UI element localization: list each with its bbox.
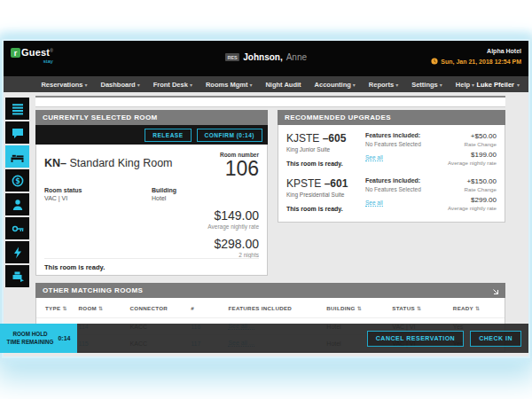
upgrade-pricing-col: +$150.00 Rate Change $299.00 Average nig… — [434, 177, 497, 215]
nav-settings[interactable]: Settings▾ — [411, 81, 442, 89]
upgrade-room-name: King Junior Suite — [286, 146, 362, 153]
building-value: Hotel — [152, 195, 259, 201]
col-type[interactable]: TYPE⇅ — [36, 305, 79, 311]
upgrade-room-code: KJSTE –605 — [286, 132, 362, 145]
avg-rate-value: $199.00 — [434, 151, 497, 159]
sidebar-messages-button[interactable] — [5, 121, 29, 144]
nav-front-desk[interactable]: Front Desk▾ — [153, 81, 192, 89]
chevron-down-icon: ▾ — [249, 82, 252, 88]
clock-icon — [431, 58, 438, 65]
chevron-down-icon: ▾ — [84, 82, 87, 88]
chevron-down-icon: ▾ — [440, 82, 442, 88]
room-number-block: Room number 106 — [220, 152, 259, 179]
main-column: CURRENTLY SELECTED ROOM RELEASE CONFIRM … — [35, 92, 505, 352]
room-type-title: KN– Standard King Room — [44, 157, 173, 169]
nav-help[interactable]: Help▾ — [456, 81, 474, 89]
sidebar-key-button[interactable] — [5, 217, 29, 239]
sidebar-menu-button[interactable] — [5, 98, 29, 120]
room-number-value: 106 — [220, 158, 259, 179]
sort-icon: ⇅ — [417, 305, 421, 311]
room-type-name: Standard King Room — [66, 157, 173, 169]
property-datetime: Sun, Jan 21, 2018 12:54 PM — [431, 58, 521, 65]
property-block: Alpha Hotel Sun, Jan 21, 2018 12:54 PM — [431, 48, 521, 65]
upgrade-pricing-col: +$50.00 Rate Change $199.00 Average nigh… — [434, 132, 497, 169]
upgrade-features-col: Features included: No Features Selected … — [365, 177, 431, 215]
avg-rate-caption: Average nightly rate — [434, 205, 497, 211]
nav-rooms-mgmt[interactable]: Rooms Mgmt▾ — [206, 81, 253, 89]
cancel-reservation-button[interactable]: CANCEL RESERVATION — [367, 331, 464, 347]
nav-dashboard[interactable]: Dashboard▾ — [101, 81, 140, 89]
sort-icon: ⇅ — [62, 305, 66, 311]
menu-icon — [12, 103, 24, 115]
nav-reservations[interactable]: Reservations▾ — [41, 81, 87, 89]
sidebar-payments-button[interactable]: $ — [5, 169, 29, 192]
room-type-code: KN– — [44, 157, 66, 169]
col-room[interactable]: ROOM⇅ — [79, 305, 130, 311]
nav-night-audit[interactable]: Night Audit — [265, 81, 301, 89]
rguest-logo-icon: r — [11, 48, 20, 58]
table-header-row: TYPE⇅ ROOM⇅ CONNECTOR # FEATURES INCLUDE… — [36, 298, 505, 317]
payments-icon: $ — [12, 175, 24, 187]
expand-icon[interactable] — [490, 286, 498, 294]
logo-registered-mark: ® — [50, 48, 53, 53]
sidebar-quick-actions-button[interactable] — [5, 241, 29, 263]
rate-change-value: +$50.00 — [434, 132, 497, 140]
avg-rate-value: $299.00 — [434, 196, 497, 204]
avg-rate-caption: Average nightly rate — [434, 160, 497, 166]
icon-sidebar: $ — [5, 98, 29, 287]
guest-first-name: Anne — [286, 52, 307, 62]
sidebar-guest-profile-button[interactable] — [5, 193, 29, 215]
top-bar: r Guest ® stay RES Johnson, Anne Alpha H… — [4, 41, 528, 76]
content-area: $ — [4, 92, 528, 356]
room-meta-row: Room status VAC | VI Building Hotel — [44, 187, 259, 201]
upgrade-item[interactable]: KJSTE –605 King Junior Suite This room i… — [286, 132, 497, 169]
user-name: Luke Pfeiler — [476, 81, 514, 89]
key-icon — [12, 223, 24, 235]
upgrade-ready-status: This room is ready. — [286, 206, 362, 212]
sidebar-room-select-button[interactable] — [5, 145, 29, 168]
col-ready[interactable]: READY⇅ — [453, 305, 505, 311]
room-status-value: VAC | VI — [44, 195, 152, 201]
active-guest-header[interactable]: RES Johnson, Anne — [225, 52, 307, 62]
nav-reports[interactable]: Reports▾ — [369, 81, 398, 89]
sort-icon: ⇅ — [357, 305, 362, 311]
col-building[interactable]: BUILDING⇅ — [326, 305, 392, 311]
rate-change-caption: Rate Change — [434, 186, 497, 192]
see-all-link[interactable]: See all — [365, 200, 383, 207]
room-select-icon — [11, 151, 24, 163]
svg-text:$: $ — [15, 176, 20, 184]
sidebar-print-export-button[interactable] — [5, 265, 29, 287]
quick-actions-icon — [12, 246, 24, 259]
check-in-button[interactable]: CHECK IN — [470, 331, 521, 347]
total-rate-value: $298.00 — [44, 237, 259, 251]
features-value: No Features Selected — [365, 186, 431, 192]
room-action-bar: RELEASE CONFIRM (0:14) — [35, 125, 268, 145]
confirm-button[interactable]: CONFIRM (0:14) — [197, 129, 262, 142]
col-status[interactable]: STATUS⇅ — [392, 305, 453, 311]
other-matching-rooms-header: OTHER MATCHING ROOMS — [35, 283, 505, 298]
reservation-badge: RES — [225, 53, 239, 61]
nav-accounting[interactable]: Accounting▾ — [315, 81, 356, 89]
logo-product-name: stay — [11, 59, 53, 64]
features-label: Features included: — [365, 132, 431, 138]
upgrades-body: KJSTE –605 King Junior Suite This room i… — [278, 125, 505, 223]
user-menu[interactable]: Luke Pfeiler ▾ — [476, 81, 520, 89]
upgrade-item[interactable]: KPSTE –601 King Presidential Suite This … — [286, 177, 497, 215]
sort-icon: ⇅ — [98, 305, 103, 311]
logo-text: Guest — [21, 48, 50, 58]
app-window: r Guest ® stay RES Johnson, Anne Alpha H… — [4, 41, 528, 356]
upgrade-room-col: KJSTE –605 King Junior Suite This room i… — [286, 132, 362, 169]
recommended-upgrades-panel: RECOMMENDED UPGRADES KJSTE –605 King Jun… — [278, 110, 505, 223]
panel-title: OTHER MATCHING ROOMS — [43, 286, 143, 294]
features-value: No Features Selected — [365, 141, 431, 147]
sort-icon: ⇅ — [475, 305, 480, 311]
panel-title: CURRENTLY SELECTED ROOM — [35, 110, 268, 125]
col-connector: CONNECTOR — [130, 305, 192, 311]
guest-last-name: Johnson, — [243, 52, 282, 62]
release-button[interactable]: RELEASE — [145, 129, 191, 142]
upgrade-room-col: KPSTE –601 King Presidential Suite This … — [286, 177, 362, 215]
col-number: # — [191, 305, 228, 311]
see-all-link[interactable]: See all — [365, 154, 383, 161]
nightly-rate-caption: Average nightly rate — [44, 223, 259, 230]
messages-icon — [12, 127, 24, 139]
